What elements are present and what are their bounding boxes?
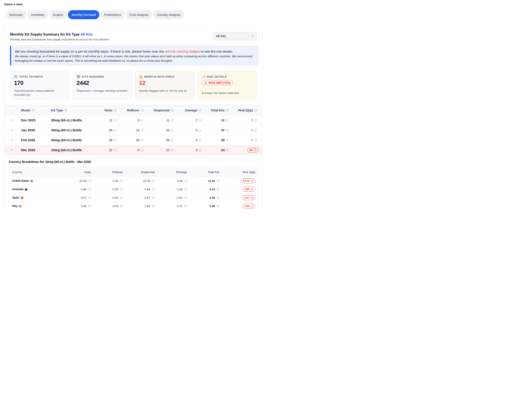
country-breakdown-section: Country Breakdown for 10mg (60-ct.) Bott… xyxy=(5,155,262,210)
risk-qty-badge[interactable]: 3.84 xyxy=(242,187,255,192)
info-icon[interactable] xyxy=(171,149,174,152)
risk-kits-badge[interactable]: Risk (667) Kits xyxy=(202,80,233,85)
info-icon[interactable] xyxy=(171,119,174,122)
info-icon[interactable] xyxy=(226,139,229,142)
info-icon[interactable] xyxy=(152,196,155,199)
panel-title-block: Monthly Kit Supply Summary for Kit Type … xyxy=(10,32,109,42)
trending-up-icon xyxy=(202,75,205,79)
info-icon[interactable] xyxy=(254,139,257,142)
info-icon[interactable] xyxy=(171,109,174,112)
info-icon[interactable] xyxy=(254,109,257,112)
info-icon[interactable] xyxy=(114,109,117,112)
info-icon[interactable] xyxy=(254,149,257,151)
stat-value: 12 xyxy=(139,80,191,86)
info-icon[interactable] xyxy=(141,149,144,152)
alert-triangle-icon xyxy=(139,75,143,79)
demand-row-mar-2026[interactable]: Mar 202610mg (60-ct.) Bottle2202232422 xyxy=(5,145,263,155)
info-icon[interactable] xyxy=(251,180,253,182)
info-icon[interactable] xyxy=(64,109,67,112)
info-icon[interactable] xyxy=(199,129,202,132)
risk-qty-badge[interactable]: 2.69 xyxy=(242,204,255,209)
info-icon[interactable] xyxy=(152,180,155,182)
risk-cell: 0 xyxy=(230,115,263,125)
demand-row-feb-2026[interactable]: Feb 202625mg (60-ct.) Bottle3636364390 xyxy=(5,135,263,145)
risk-qty-badge[interactable]: 10.76 xyxy=(241,178,255,183)
flag-au-icon xyxy=(25,188,27,191)
total-cell: 24 xyxy=(203,145,230,155)
stat-card-total-patients: TOTAL PATIENTS170Total forecasted unique… xyxy=(10,71,69,100)
visits-cell: 22 xyxy=(91,145,118,155)
info-icon[interactable] xyxy=(217,180,220,182)
info-icon[interactable] xyxy=(120,196,123,199)
info-icon[interactable] xyxy=(171,129,174,132)
tab-summary[interactable]: Summary xyxy=(5,10,27,19)
kit-type-cell: 25mg (60-ct.) Bottle xyxy=(51,115,91,125)
info-icon[interactable] xyxy=(141,109,144,112)
info-icon[interactable] xyxy=(88,196,91,199)
info-icon[interactable] xyxy=(251,205,253,208)
info-icon[interactable] xyxy=(184,205,187,208)
info-icon[interactable] xyxy=(251,196,253,199)
info-icon[interactable] xyxy=(254,129,257,132)
info-icon[interactable] xyxy=(217,196,220,199)
rollover-cell: 0.00 xyxy=(94,177,126,185)
tab-productions[interactable]: Productions xyxy=(100,10,125,19)
info-icon[interactable] xyxy=(114,149,117,152)
info-icon[interactable] xyxy=(226,109,229,112)
risk-qty-badge[interactable]: 3.07 xyxy=(242,195,255,200)
tab-graphs[interactable]: Graphs xyxy=(49,10,67,19)
info-icon[interactable] xyxy=(184,196,187,199)
info-icon[interactable] xyxy=(141,139,144,142)
month-cell: Feb 2026 xyxy=(21,135,51,145)
demand-header-row: MonthKit TypeVisitsRolloverDispensedOver… xyxy=(5,105,263,115)
info-icon[interactable] xyxy=(199,119,202,122)
info-icon[interactable] xyxy=(152,205,155,208)
info-icon[interactable] xyxy=(251,188,253,191)
kit-type-select[interactable]: All Kits xyxy=(213,32,257,40)
country-col-total-kits: Total Kits xyxy=(190,167,223,177)
demand-row-jan-2026[interactable]: Jan 202625mg (60-ct.) Bottle4014435470 xyxy=(5,125,263,135)
info-icon[interactable] xyxy=(32,109,34,112)
col-header-total-kits: Total Kits xyxy=(203,105,230,115)
tab-monthly-demand[interactable]: Monthly Demand xyxy=(68,10,99,19)
tab-cost-analysis[interactable]: Cost Analysis xyxy=(126,10,152,19)
info-icon[interactable] xyxy=(226,129,229,132)
risk-cell: 0 xyxy=(230,125,263,135)
info-icon[interactable] xyxy=(226,119,229,122)
info-icon[interactable] xyxy=(88,188,91,191)
country-row-es: Spain3.070.003.070.313.383.07 xyxy=(9,194,258,202)
demand-row-dec-2025[interactable]: Dec 202525mg (60-ct.) Bottle110112120 xyxy=(5,115,263,125)
info-icon[interactable] xyxy=(114,129,117,132)
info-icon[interactable] xyxy=(152,188,155,191)
expand-cell[interactable] xyxy=(5,125,21,135)
overage-cell: 5 xyxy=(175,125,203,135)
info-icon[interactable] xyxy=(199,149,202,152)
tab-country-analysis[interactable]: Country Analysis xyxy=(153,10,184,19)
country-col-rollover: Rollover xyxy=(94,167,126,177)
info-icon[interactable] xyxy=(171,139,174,142)
risk-qty-badge[interactable]: 22 xyxy=(247,148,259,152)
info-icon[interactable] xyxy=(114,139,117,142)
info-icon[interactable] xyxy=(120,205,123,208)
info-callout: We are showing forecasted kit supply on … xyxy=(10,45,258,66)
info-icon[interactable] xyxy=(120,188,123,191)
info-icon[interactable] xyxy=(254,119,257,122)
tab-inventory[interactable]: Inventory xyxy=(28,10,48,19)
info-icon[interactable] xyxy=(199,109,202,112)
info-icon[interactable] xyxy=(217,188,220,191)
info-icon[interactable] xyxy=(88,180,91,182)
info-icon[interactable] xyxy=(120,180,123,182)
visits-cell: 40 xyxy=(91,125,118,135)
info-icon[interactable] xyxy=(184,180,187,182)
info-icon[interactable] xyxy=(114,119,117,122)
info-icon[interactable] xyxy=(226,149,229,152)
expand-cell[interactable] xyxy=(5,145,21,155)
info-icon[interactable] xyxy=(88,205,91,208)
info-icon[interactable] xyxy=(141,119,144,122)
info-icon[interactable] xyxy=(217,205,220,208)
info-icon[interactable] xyxy=(184,188,187,191)
expand-cell[interactable] xyxy=(5,135,21,145)
info-icon[interactable] xyxy=(141,129,144,132)
info-icon[interactable] xyxy=(199,139,202,142)
expand-cell[interactable] xyxy=(5,115,21,125)
